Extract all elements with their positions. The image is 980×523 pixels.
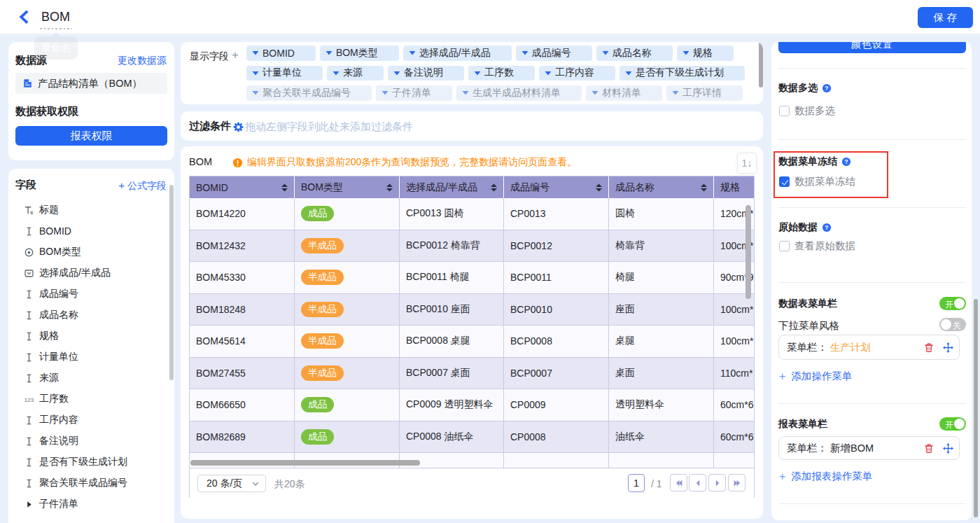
dropdown-style-toggle[interactable]: 关 bbox=[939, 318, 966, 331]
sort-order-button[interactable]: 1↓ bbox=[737, 153, 757, 174]
change-datasource-link[interactable]: 更改数据源 bbox=[118, 55, 167, 67]
table-horizontal-scrollbar[interactable] bbox=[190, 460, 420, 466]
raw-data-checkbox-row[interactable]: 查看原始数据 bbox=[779, 239, 855, 253]
table-row[interactable]: BOM18248 半成品 BCP0010 座面 BCP0010 座面 100cm… bbox=[190, 294, 754, 326]
table-row[interactable]: BOM14220 成品 CP0013 圆椅 CP0013 圆椅 120cm* bbox=[190, 198, 754, 230]
display-field-chips: BOMIDBOM类型选择成品/半成品成品编号成品名称规格 计量单位来源备注说明工… bbox=[246, 46, 745, 101]
field-list-item[interactable]: BOM类型 bbox=[8, 242, 174, 263]
prev-page-button[interactable] bbox=[689, 474, 706, 491]
table-row[interactable]: BOM66650 成品 CP0009 透明塑料伞 CP0009 透明塑料伞 60… bbox=[190, 389, 754, 421]
back-button[interactable] bbox=[17, 10, 31, 24]
field-chip-disabled[interactable]: 聚合关联半成品编号 bbox=[246, 85, 372, 101]
field-list-item[interactable]: 是否有下级生成计划 bbox=[8, 452, 174, 473]
color-settings-button[interactable]: 颜色设置 bbox=[778, 42, 966, 53]
trash-icon[interactable] bbox=[924, 443, 934, 454]
menu-item-box[interactable]: 菜单栏： 生产计划 bbox=[778, 335, 960, 360]
table-row[interactable]: BOM12432 半成品 BCP0012 椅靠背 BCP0012 椅靠背 100… bbox=[190, 230, 754, 263]
field-chip[interactable]: 工序数 bbox=[468, 66, 535, 81]
cell-code: BCP0012 bbox=[504, 230, 609, 262]
field-list-item[interactable]: 标题 bbox=[8, 200, 174, 221]
field-chip[interactable]: BOMID bbox=[246, 46, 316, 61]
field-label: BOM类型 bbox=[39, 246, 81, 258]
table-header-cell[interactable]: 成品编号 bbox=[504, 176, 609, 198]
field-chip-disabled[interactable]: 材料清单 bbox=[586, 85, 662, 101]
add-display-field-button[interactable]: + bbox=[232, 48, 239, 62]
gear-icon[interactable] bbox=[233, 122, 244, 132]
display-fields-scrollbar[interactable] bbox=[759, 42, 763, 88]
field-chip[interactable]: 选择成品/半成品 bbox=[403, 46, 512, 61]
field-list-item[interactable]: BOMID bbox=[8, 221, 174, 242]
field-chip[interactable]: 备注说明 bbox=[388, 66, 464, 81]
move-icon[interactable] bbox=[943, 443, 953, 454]
field-chip[interactable]: BOM类型 bbox=[320, 46, 399, 61]
page-scrollbar[interactable] bbox=[974, 299, 978, 517]
table-row[interactable]: BOM45614 半成品 BCP0008 桌腿 BCP0008 桌腿 100cm… bbox=[190, 326, 754, 358]
raw-data-checkbox[interactable] bbox=[779, 241, 790, 251]
menu-freeze-checkbox-row[interactable]: 数据菜单冻结 bbox=[779, 175, 855, 188]
field-chip[interactable]: 成品名称 bbox=[596, 46, 673, 61]
field-chip[interactable]: 来源 bbox=[327, 66, 384, 81]
field-list-item[interactable]: 子件清单 bbox=[8, 494, 174, 515]
add-report-action-menu-link[interactable]: + 添加报表操作菜单 bbox=[779, 470, 872, 483]
save-button[interactable]: 保存 bbox=[918, 7, 973, 28]
help-icon[interactable] bbox=[822, 83, 832, 93]
table-vertical-scrollbar[interactable] bbox=[746, 205, 751, 299]
plus-icon: + bbox=[118, 179, 125, 191]
table-row[interactable]: BOM45330 半成品 BCP0011 椅腿 BCP0011 椅腿 90cm*… bbox=[190, 262, 754, 294]
table-header-cell[interactable]: 规格 bbox=[714, 176, 754, 198]
sort-updown-icon[interactable] bbox=[594, 183, 603, 193]
field-list-item[interactable]: 来源 bbox=[8, 368, 174, 389]
next-page-button[interactable] bbox=[708, 474, 726, 491]
page-number-input[interactable] bbox=[628, 474, 645, 492]
field-chip-disabled[interactable]: 工序详情 bbox=[666, 85, 743, 101]
field-list-item[interactable]: 成品名称 bbox=[8, 305, 174, 326]
sort-updown-icon[interactable] bbox=[489, 183, 498, 193]
field-chip-disabled[interactable]: 生成半成品材料清单 bbox=[456, 85, 582, 101]
caret-down-icon bbox=[325, 49, 333, 57]
add-formula-field-link[interactable]: +公式字段 bbox=[118, 179, 167, 193]
field-list-item[interactable]: 工序数 bbox=[8, 389, 174, 410]
table-row[interactable]: BOM82689 成品 CP0008 油纸伞 CP0008 油纸伞 60cm*6 bbox=[190, 421, 754, 454]
table-header-cell[interactable]: BOMID bbox=[190, 176, 295, 198]
field-chip[interactable]: 是否有下级生成计划 bbox=[620, 66, 745, 81]
table-header-cell[interactable]: BOM类型 bbox=[295, 176, 400, 198]
field-chip[interactable]: 成品编号 bbox=[516, 46, 592, 61]
field-chip[interactable]: 规格 bbox=[677, 46, 734, 61]
page-last-icon bbox=[732, 478, 742, 488]
help-icon[interactable] bbox=[822, 223, 832, 232]
move-icon[interactable] bbox=[943, 342, 953, 353]
page-title[interactable]: BOM bbox=[41, 10, 70, 25]
sort-updown-icon[interactable] bbox=[699, 183, 708, 193]
report-menu-toggle[interactable]: 开 bbox=[939, 417, 966, 431]
menu-freeze-checkbox[interactable] bbox=[779, 176, 790, 187]
datasource-item[interactable]: 产品结构清单（BOM） bbox=[15, 73, 167, 94]
multi-select-checkbox-row[interactable]: 数据多选 bbox=[779, 104, 835, 118]
field-list-item[interactable]: 规格 bbox=[8, 326, 174, 347]
field-list-item[interactable]: 工序内容 bbox=[8, 410, 174, 431]
trash-icon[interactable] bbox=[924, 342, 934, 353]
table-row[interactable]: BOM27455 半成品 BCP0007 桌面 BCP0007 桌面 110cm… bbox=[190, 358, 754, 390]
field-chip[interactable]: 计量单位 bbox=[246, 66, 323, 81]
add-action-menu-link[interactable]: + 添加操作菜单 bbox=[779, 370, 852, 383]
field-list-item[interactable]: 成品编号 bbox=[8, 284, 174, 305]
field-list-item[interactable]: 备注说明 bbox=[8, 431, 174, 452]
sort-updown-icon[interactable] bbox=[280, 183, 289, 193]
help-icon[interactable] bbox=[841, 157, 851, 167]
page-size-select[interactable]: 20 条/页 bbox=[197, 475, 266, 492]
first-page-button[interactable] bbox=[670, 474, 687, 491]
field-list-item[interactable]: 聚合关联半成品编号 bbox=[8, 473, 174, 494]
field-chip[interactable]: 工序内容 bbox=[539, 66, 615, 81]
field-chip-disabled[interactable]: 子件清单 bbox=[376, 85, 452, 101]
report-menu-item-box[interactable]: 菜单栏： 新增BOM bbox=[778, 436, 960, 460]
field-list-item[interactable]: 计量单位 bbox=[8, 347, 174, 368]
data-table-menu-toggle[interactable]: 开 bbox=[939, 297, 966, 310]
last-page-button[interactable] bbox=[728, 474, 746, 491]
fields-scrollbar[interactable] bbox=[169, 185, 174, 380]
table-header-cell[interactable]: 选择成品/半成品 bbox=[400, 176, 504, 198]
sort-updown-icon[interactable] bbox=[385, 183, 394, 193]
report-permission-button[interactable]: 报表权限 bbox=[15, 126, 167, 146]
multi-select-checkbox[interactable] bbox=[779, 106, 790, 116]
field-list-item[interactable]: 选择成品/半成品 bbox=[8, 263, 174, 284]
table-header-cell[interactable]: 成品名称 bbox=[609, 176, 714, 198]
filter-placeholder[interactable]: 拖动左侧字段到此处来添加过滤条件 bbox=[245, 120, 413, 134]
